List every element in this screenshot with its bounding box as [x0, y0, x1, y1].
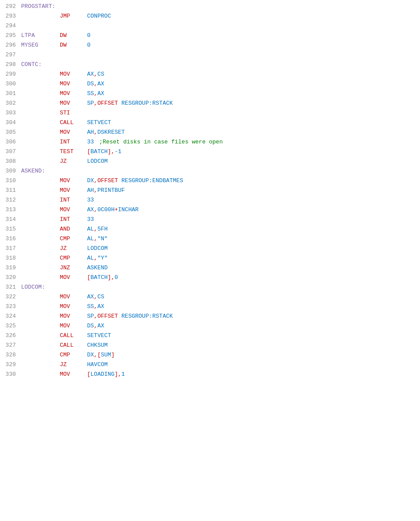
- code-line: 325MOVDS,AX: [0, 321, 420, 331]
- code-line: 303STI: [0, 108, 420, 118]
- asm-operands: SS,AX: [87, 302, 104, 311]
- asm-operands: [LOADING],1: [87, 370, 125, 379]
- code-line: 299MOVAX,CS: [0, 70, 420, 79]
- line-number: 326: [0, 331, 21, 340]
- code-line: 322MOVAX,CS: [0, 292, 420, 302]
- asm-mnemonic: MOV: [56, 273, 87, 282]
- code-content: INT33;Reset disks in case files were ope…: [21, 138, 420, 147]
- asm-mnemonic: MOV: [56, 176, 87, 185]
- code-line: 323MOVSS,AX: [0, 302, 420, 312]
- line-number: 307: [0, 147, 21, 156]
- code-content: ASKEND:: [21, 167, 420, 176]
- asm-label: PROGSTART:: [21, 2, 56, 11]
- code-content: ANDAL,5FH: [21, 225, 420, 234]
- code-line: 328CMPDX,[SUM]: [0, 350, 420, 360]
- code-content: MOVAX,CS: [21, 70, 420, 79]
- asm-operands: AX,0C00H+INCHAR: [87, 205, 139, 214]
- code-content: LTPADW0: [21, 31, 420, 40]
- code-line: 320MOV[BATCH],0: [0, 273, 420, 283]
- code-line: 318CMPAL,"Y": [0, 253, 420, 263]
- asm-mnemonic: CALL: [56, 118, 87, 127]
- line-number: 328: [0, 351, 21, 360]
- code-content: LODCOM:: [21, 283, 420, 292]
- line-number: 311: [0, 186, 21, 195]
- asm-operands: AL,"N": [87, 235, 108, 243]
- asm-mnemonic: JZ: [56, 360, 87, 369]
- asm-mnemonic: MOV: [56, 370, 87, 379]
- code-line: 306INT33;Reset disks in case files were …: [0, 137, 420, 147]
- line-number: 322: [0, 293, 21, 301]
- code-content: MOVSP,OFFSET RESGROUP:RSTACK: [21, 99, 420, 108]
- asm-mnemonic: MOV: [56, 80, 87, 88]
- line-number: 292: [0, 2, 21, 11]
- line-number: 315: [0, 225, 21, 234]
- line-number: 308: [0, 157, 21, 166]
- code-content: JZLODCOM: [21, 244, 420, 253]
- line-number: 296: [0, 41, 21, 50]
- code-container: 292PROGSTART:293JMPCONPROC294295LTPADW02…: [0, 0, 420, 521]
- asm-label: LODCOM:: [21, 283, 56, 292]
- line-number: 295: [0, 31, 21, 40]
- code-content: MOVSS,AX: [21, 89, 420, 98]
- code-content: CALLSETVECT: [21, 331, 420, 340]
- asm-mnemonic: CMP: [56, 254, 87, 263]
- line-number: 294: [0, 22, 21, 30]
- asm-mnemonic: MOV: [56, 70, 87, 79]
- asm-operands: 33: [87, 215, 94, 224]
- code-line: 310MOVDX,OFFSET RESGROUP:ENDBATMES: [0, 176, 420, 186]
- line-number: 317: [0, 244, 21, 253]
- code-line: 317JZLODCOM: [0, 244, 420, 253]
- asm-operands: DX,[SUM]: [87, 351, 114, 360]
- asm-mnemonic: INT: [56, 196, 87, 205]
- line-number: 319: [0, 264, 21, 272]
- code-content: CMPDX,[SUM]: [21, 351, 420, 360]
- asm-mnemonic: MOV: [56, 312, 87, 321]
- asm-mnemonic: CMP: [56, 235, 87, 243]
- code-line: 309ASKEND:: [0, 166, 420, 176]
- code-line: 316CMPAL,"N": [0, 234, 420, 244]
- line-number: 330: [0, 370, 21, 379]
- code-line: 329JZHAVCOM: [0, 360, 420, 370]
- line-number: 302: [0, 99, 21, 108]
- asm-mnemonic: JNZ: [56, 264, 87, 272]
- line-number: 314: [0, 215, 21, 224]
- asm-operands: AL,"Y": [87, 254, 108, 263]
- asm-label: MYSEG: [21, 41, 56, 50]
- line-number: 323: [0, 302, 21, 311]
- asm-operands: AH,DSKRESET: [87, 128, 125, 137]
- code-content: MOVDX,OFFSET RESGROUP:ENDBATMES: [21, 176, 420, 185]
- asm-operands: SP,OFFSET RESGROUP:RSTACK: [87, 312, 173, 321]
- asm-mnemonic: MOV: [56, 128, 87, 137]
- asm-operands: ASKEND: [87, 264, 108, 272]
- asm-operands: AX,CS: [87, 293, 104, 301]
- code-content: JZHAVCOM: [21, 360, 420, 369]
- code-content: MOVAH,PRINTBUF: [21, 186, 420, 195]
- code-content: MOVDS,AX: [21, 80, 420, 88]
- asm-mnemonic: MOV: [56, 205, 87, 214]
- code-line: 319JNZASKEND: [0, 263, 420, 273]
- asm-operands: AH,PRINTBUF: [87, 186, 125, 195]
- asm-operands: DS,AX: [87, 322, 104, 330]
- code-line: 296MYSEGDW0: [0, 40, 420, 50]
- code-content: MOVSS,AX: [21, 302, 420, 311]
- asm-mnemonic: STI: [56, 109, 87, 117]
- code-content: CMPAL,"N": [21, 235, 420, 243]
- line-number: 320: [0, 273, 21, 282]
- code-content: TEST[BATCH],-1: [21, 147, 420, 156]
- code-content: CALLSETVECT: [21, 118, 420, 127]
- asm-mnemonic: MOV: [56, 302, 87, 311]
- asm-operands: 0: [87, 41, 91, 50]
- asm-operands: CHKSUM: [87, 341, 108, 350]
- line-number: 293: [0, 12, 21, 21]
- asm-operands: [BATCH],0: [87, 273, 118, 282]
- code-content: CONTC:: [21, 60, 420, 69]
- code-content: CALLCHKSUM: [21, 341, 420, 350]
- asm-operands: SETVECT: [87, 331, 111, 340]
- asm-mnemonic: INT: [56, 215, 87, 224]
- code-content: MOV[LOADING],1: [21, 370, 420, 379]
- code-line: 293JMPCONPROC: [0, 11, 420, 21]
- code-content: STI: [21, 109, 420, 117]
- asm-operands: SP,OFFSET RESGROUP:RSTACK: [87, 99, 173, 108]
- asm-mnemonic: MOV: [56, 186, 87, 195]
- code-line: 294: [0, 21, 420, 31]
